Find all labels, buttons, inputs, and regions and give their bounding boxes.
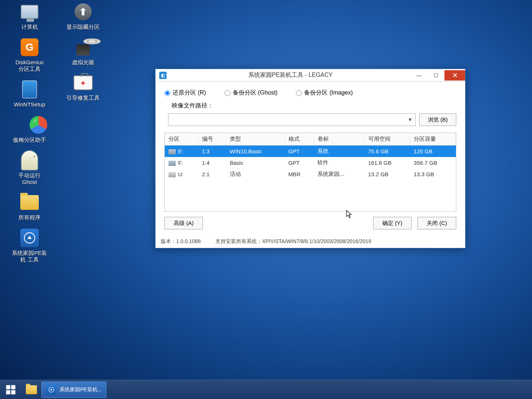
th-number[interactable]: 编号 [198,133,226,146]
icon-showhidden[interactable]: ⬆显示隐藏分区 [59,1,107,30]
icon-bootrepair[interactable]: 引导修复工具 [59,72,107,101]
pe-tool-window: ◧ 系统家园PE装机工具 - LEGACY — ☐ ✕ 还原分区 (R) 备份分… [155,69,466,248]
th-format[interactable]: 格式 [284,133,314,146]
radio-restore[interactable]: 还原分区 (R) [164,89,206,97]
th-type[interactable]: 类型 [226,133,284,146]
petool-icon [20,229,39,247]
drive-icon [168,172,176,177]
close-button[interactable]: ✕ [444,70,465,81]
partition-table[interactable]: 分区 编号 类型 格式 卷标 可用空间 分区容量 E:1:3WIN10,Basi… [164,133,456,212]
winntsetup-icon [22,81,37,98]
icon-virtualcd[interactable]: 虚拟光驱 [59,37,107,66]
start-button[interactable] [0,380,21,399]
drive-icon [168,149,176,154]
diskgenius-icon: G [21,38,38,56]
taskbar-petool-icon [46,385,57,395]
path-label: 映像文件路径： [172,102,213,110]
svg-rect-2 [11,385,15,389]
svg-rect-4 [11,390,15,394]
support-label: 支持安装所有系统：XP/VISTA/WIN7/8/8.1/10/2003/200… [215,238,460,245]
button-row: 高级 (A) 确定 (Y) 关闭 (C) [164,212,456,233]
version-label: 版本：1.0.0.1088 [161,238,201,245]
ok-button[interactable]: 确定 (Y) [373,217,412,229]
close-dialog-button[interactable]: 关闭 (C) [417,217,456,229]
image-path-controls: 浏览 (B) [164,113,456,126]
table-row[interactable]: E:1:3WIN10,BasicGPT系统75.6 GB120 GB [165,146,456,157]
drive-icon [168,161,176,166]
th-free[interactable]: 可用空间 [364,133,410,146]
radio-backup-ghost[interactable]: 备份分区 (Ghost) [225,89,278,97]
th-volume[interactable]: 卷标 [314,133,364,146]
icon-allprograms[interactable]: 所有程序 [4,192,55,221]
ghost-icon [21,151,38,170]
table-row[interactable]: U:2:1活动MBR系统家园...13.2 GB13.3 GB [165,168,456,180]
minimize-button[interactable]: — [410,70,427,81]
icon-aomei[interactable]: 傲梅分区助手 [4,115,55,143]
cd-icon [74,38,92,56]
desktop-icons-col2: ⬆显示隐藏分区 虚拟光驱 引导修复工具 [59,1,107,108]
radio-imagex-input[interactable] [296,90,302,96]
titlebar[interactable]: ◧ 系统家园PE装机工具 - LEGACY — ☐ ✕ [156,69,465,82]
th-capacity[interactable]: 分区容量 [410,133,456,146]
window-content: 还原分区 (R) 备份分区 (Ghost) 备份分区 (Imagex) 映像文件… [156,82,465,236]
svg-rect-3 [6,390,10,394]
radio-restore-input[interactable] [164,90,170,96]
icon-computer[interactable]: 计算机 [4,1,55,30]
computer-icon [21,5,38,19]
maximize-button[interactable]: ☐ [427,70,444,81]
radio-ghost-input[interactable] [225,90,231,96]
radio-backup-imagex[interactable]: 备份分区 (Imagex) [296,89,353,97]
image-path-row: 映像文件路径： [164,102,456,110]
icon-diskgenius[interactable]: GDiskGenius 分区工具 [4,37,55,72]
browse-button[interactable]: 浏览 (B) [419,113,456,126]
svg-rect-1 [6,385,10,389]
explorer-icon [26,385,37,394]
icon-ghost[interactable]: 手动运行 Ghost [4,150,55,185]
taskbar[interactable]: 系统家园PE装机... [0,380,532,399]
folder-icon [20,195,39,210]
taskbar-petool-active[interactable]: 系统家园PE装机... [41,382,106,398]
aomei-icon [21,116,38,134]
window-buttons: — ☐ ✕ [410,70,465,81]
mode-radios: 还原分区 (R) 备份分区 (Ghost) 备份分区 (Imagex) [164,89,456,97]
table-row[interactable]: F:1:4BasicGPT软件161.8 GB356.7 GB [165,157,456,168]
desktop-icons-col1: 计算机 GDiskGenius 分区工具 WinNTSetup 傲梅分区助手 手… [4,1,55,270]
repair-icon [74,75,93,90]
showhidden-icon: ⬆ [75,3,92,20]
window-title: 系统家园PE装机工具 - LEGACY [170,71,410,79]
icon-petool[interactable]: 系统家园PE装 机 工具 [4,228,55,263]
advanced-button[interactable]: 高级 (A) [164,217,203,229]
window-footer: 版本：1.0.0.1088 支持安装所有系统：XP/VISTA/WIN7/8/8… [156,236,465,248]
table-header-row: 分区 编号 类型 格式 卷标 可用空间 分区容量 [165,133,456,146]
taskbar-explorer[interactable] [21,382,41,398]
th-partition[interactable]: 分区 [165,133,198,146]
icon-winntsetup[interactable]: WinNTSetup [4,79,55,108]
image-path-combo[interactable] [168,113,416,126]
taskbar-petool-label: 系统家园PE装机... [59,386,102,393]
app-icon: ◧ [159,72,167,79]
